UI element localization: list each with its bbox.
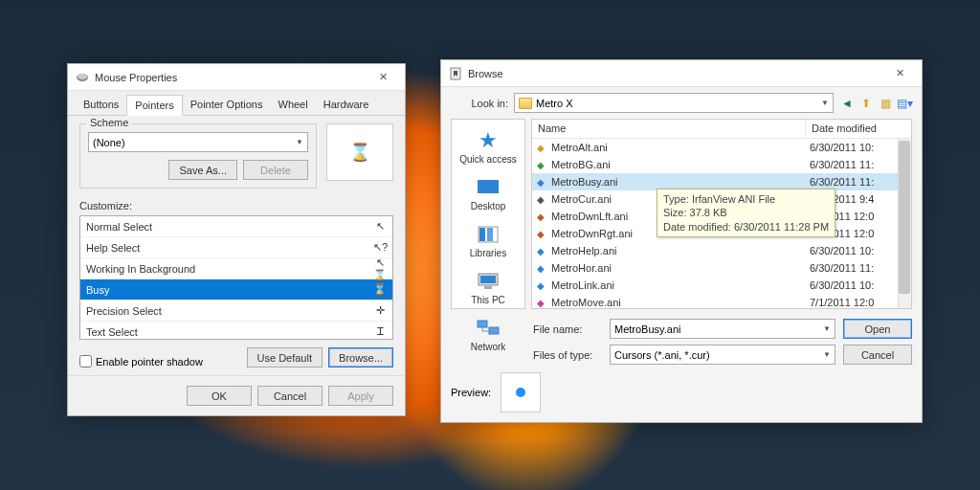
up-icon[interactable]: ⬆	[858, 96, 874, 111]
file-date: 6/30/2011 10:	[806, 142, 911, 153]
ani-file-icon: ◆	[532, 229, 549, 239]
shadow-check[interactable]	[79, 355, 92, 368]
tab-pointer-options[interactable]: Pointer Options	[183, 95, 271, 115]
save-as-button[interactable]: Save As...	[168, 160, 237, 180]
svg-rect-8	[480, 276, 496, 283]
tab-hardware[interactable]: Hardware	[316, 95, 377, 115]
hourglass-icon: ⌛	[349, 142, 370, 163]
list-item-selected: Busy⌛	[80, 279, 392, 301]
mouse-props-titlebar[interactable]: Mouse Properties ✕	[68, 64, 405, 91]
chevron-down-icon: ▼	[821, 99, 829, 107]
file-row[interactable]: ◆MetroLink.ani6/30/2011 10:	[532, 277, 911, 294]
file-name-input[interactable]: MetroBusy.ani▼	[610, 319, 835, 339]
list-item: Text SelectᏆ	[80, 322, 392, 340]
close-button[interactable]: ✕	[885, 64, 914, 83]
file-row[interactable]: ◆MetroAlt.ani6/30/2011 10:	[532, 139, 911, 156]
file-name: MetroMove.ani	[549, 297, 806, 308]
crosshair-icon: ✛	[373, 304, 387, 317]
cursor-preview	[501, 372, 541, 412]
list-item: Working In Background↖⌛	[80, 258, 392, 279]
place-quick-access[interactable]: ★ Quick access	[452, 125, 524, 168]
col-name[interactable]: Name	[532, 120, 806, 138]
ani-file-icon: ◆	[532, 177, 549, 188]
scrollbar[interactable]	[898, 139, 911, 308]
look-in-label: Look in:	[451, 98, 508, 109]
ani-file-icon: ◆	[532, 246, 549, 256]
libraries-icon	[475, 223, 501, 246]
file-date: 6/30/2011 11:	[806, 262, 911, 274]
look-in-folder: Metro X	[536, 98, 817, 109]
browse-button[interactable]: Browse...	[328, 347, 393, 368]
list-item: Normal Select↖	[80, 216, 392, 237]
list-item: Help Select↖?	[80, 237, 392, 258]
customize-label: Customize:	[79, 200, 393, 212]
file-name: MetroBusy.ani	[549, 176, 806, 188]
ok-button[interactable]: OK	[187, 386, 252, 406]
desktop-icon	[475, 176, 501, 199]
place-libraries[interactable]: Libraries	[452, 219, 524, 262]
arrow-icon: ↖	[373, 220, 387, 233]
col-date[interactable]: Date modified	[806, 120, 911, 138]
enable-shadow-checkbox[interactable]: Enable pointer shadow	[79, 355, 203, 368]
pointer-listbox[interactable]: Normal Select↖ Help Select↖? Working In …	[79, 215, 393, 340]
cursor-file-icon	[449, 67, 462, 80]
hourglass-icon: ⌛	[373, 283, 387, 296]
ani-file-icon: ◆	[532, 280, 549, 291]
open-button[interactable]: Open	[843, 319, 912, 339]
new-folder-icon[interactable]: ▦	[878, 96, 893, 111]
svg-point-1	[78, 74, 87, 79]
ani-file-icon: ◆	[532, 143, 549, 153]
ani-file-icon: ◆	[532, 212, 549, 222]
tab-wheel[interactable]: Wheel	[271, 95, 316, 115]
mouse-props-title: Mouse Properties	[95, 72, 368, 83]
scheme-value: (None)	[93, 137, 125, 148]
file-date: 6/30/2011 11:	[806, 159, 911, 170]
list-item: Precision Select✛	[80, 301, 392, 322]
back-icon[interactable]: ◄	[839, 96, 855, 111]
close-button[interactable]: ✕	[368, 68, 397, 87]
file-type-label: Files of type:	[533, 349, 602, 361]
mouse-icon	[76, 71, 89, 84]
preview-label: Preview:	[451, 387, 491, 398]
browse-dialog: Browse ✕ Look in: Metro X ▼ ◄ ⬆ ▦ ▤▾ ★ Q…	[440, 59, 923, 423]
places-bar: ★ Quick access Desktop Libraries This PC	[451, 119, 525, 309]
file-date: 6/30/2011 10:	[806, 279, 911, 291]
busy-bg-icon: ↖⌛	[373, 256, 387, 281]
ani-file-icon: ◆	[532, 298, 549, 308]
apply-button[interactable]: Apply	[328, 386, 393, 406]
look-in-combo[interactable]: Metro X ▼	[514, 93, 834, 113]
tab-pointers[interactable]: Pointers	[126, 95, 182, 116]
file-list-area: Name Date modified ◆MetroAlt.ani6/30/201…	[531, 119, 912, 309]
file-name: MetroHelp.ani	[549, 245, 806, 256]
place-desktop[interactable]: Desktop	[452, 172, 524, 215]
svg-rect-4	[479, 228, 485, 241]
ani-file-icon: ◆	[532, 194, 549, 205]
views-icon[interactable]: ▤▾	[897, 96, 912, 111]
use-default-button[interactable]: Use Default	[247, 347, 323, 368]
file-row[interactable]: ◆MetroHor.ani6/30/2011 11:	[532, 259, 911, 277]
scheme-combo[interactable]: (None) ▼	[88, 132, 308, 152]
browse-titlebar[interactable]: Browse ✕	[441, 60, 922, 87]
ani-file-icon: ◆	[532, 160, 549, 170]
place-this-pc[interactable]: This PC	[452, 266, 524, 309]
delete-button[interactable]: Delete	[243, 160, 308, 180]
scroll-thumb[interactable]	[899, 141, 910, 294]
file-type-combo[interactable]: Cursors (*.ani, *.cur)▼	[610, 345, 835, 365]
tab-buttons[interactable]: Buttons	[76, 95, 126, 115]
file-name: MetroLink.ani	[549, 279, 806, 291]
pc-icon	[475, 270, 501, 293]
file-date: 6/30/2011 11:	[806, 176, 911, 188]
browse-title: Browse	[468, 68, 885, 79]
scheme-label: Scheme	[86, 117, 132, 128]
file-row[interactable]: ◆MetroBG.ani6/30/2011 11:	[532, 156, 911, 173]
cancel-button[interactable]: Cancel	[843, 345, 912, 365]
file-date: 7/1/2011 12:0	[806, 297, 911, 308]
file-row[interactable]: ◆MetroHelp.ani6/30/2011 10:	[532, 242, 911, 259]
svg-rect-5	[487, 228, 493, 241]
file-row[interactable]: ◆MetroMove.ani7/1/2011 12:0	[532, 294, 911, 308]
svg-rect-9	[484, 286, 492, 289]
chevron-down-icon: ▼	[296, 138, 303, 146]
mouse-properties-window: Mouse Properties ✕ Buttons Pointers Poin…	[67, 63, 406, 416]
folder-icon	[519, 98, 532, 109]
cancel-button[interactable]: Cancel	[257, 386, 323, 406]
